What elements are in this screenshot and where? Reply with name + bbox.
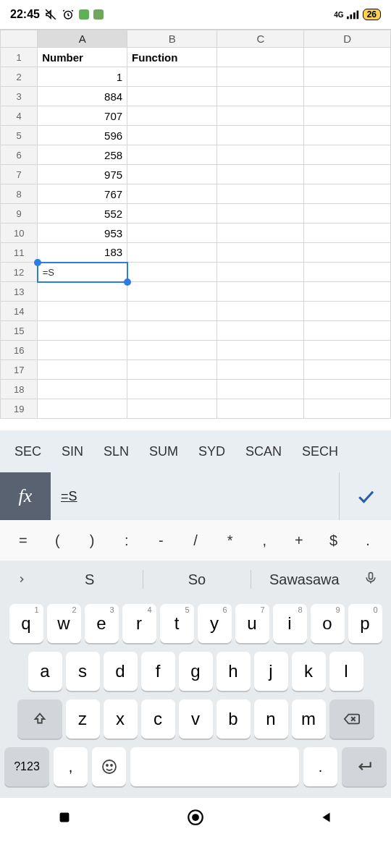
cell-D17[interactable] (304, 360, 391, 380)
key-e[interactable]: e3 (85, 604, 119, 643)
cell-B19[interactable] (127, 399, 217, 419)
cell-C16[interactable] (217, 341, 304, 360)
cell-D2[interactable] (304, 67, 391, 87)
key-v[interactable]: v (179, 699, 213, 739)
key-b[interactable]: b (216, 699, 251, 739)
cell-A16[interactable] (38, 341, 127, 360)
shift-key[interactable] (17, 699, 62, 739)
cell-D7[interactable] (304, 165, 391, 184)
cell-B15[interactable] (127, 321, 217, 341)
cell-B6[interactable] (127, 145, 217, 165)
cell-D15[interactable] (304, 321, 391, 341)
cell-C4[interactable] (217, 106, 304, 126)
backspace-key[interactable] (329, 699, 374, 739)
symbol-key[interactable]: - (148, 532, 174, 549)
key-c[interactable]: c (141, 699, 175, 739)
cell-C11[interactable] (217, 243, 304, 263)
cell-C15[interactable] (217, 321, 304, 341)
cell-A9[interactable]: 552 (38, 204, 127, 224)
key-j[interactable]: j (254, 652, 288, 691)
cell-C2[interactable] (217, 67, 304, 87)
fn-suggestion-SYD[interactable]: SYD (198, 444, 225, 459)
cell-C3[interactable] (217, 87, 304, 106)
cell-D19[interactable] (304, 399, 391, 419)
cell-B5[interactable] (127, 126, 217, 145)
fn-suggestion-SIN[interactable]: SIN (62, 444, 83, 459)
select-all-corner[interactable] (1, 30, 38, 48)
spacebar-key[interactable] (130, 747, 299, 786)
back-button[interactable] (319, 809, 335, 825)
cell-B13[interactable] (127, 282, 217, 302)
cell-A8[interactable]: 767 (38, 184, 127, 204)
row-header-10[interactable]: 10 (1, 224, 38, 243)
cell-D10[interactable] (304, 224, 391, 243)
cell-A13[interactable] (38, 282, 127, 302)
cell-B8[interactable] (127, 184, 217, 204)
row-header-12[interactable]: 12 (1, 263, 38, 282)
key-p[interactable]: p0 (348, 604, 382, 643)
mic-icon[interactable] (358, 571, 384, 588)
cell-A4[interactable]: 707 (38, 106, 127, 126)
row-header-11[interactable]: 11 (1, 243, 38, 263)
cell-B3[interactable] (127, 87, 217, 106)
symbol-key[interactable]: ( (44, 532, 70, 549)
prediction-item[interactable]: Sawasawa (251, 571, 358, 588)
cell-A15[interactable] (38, 321, 127, 341)
home-button[interactable] (186, 808, 205, 827)
cell-B16[interactable] (127, 341, 217, 360)
spreadsheet-grid[interactable]: ABCD1NumberFunction213884470755966258797… (0, 29, 391, 430)
cell-A6[interactable]: 258 (38, 145, 127, 165)
cell-C17[interactable] (217, 360, 304, 380)
symbol-key[interactable]: ) (79, 532, 105, 549)
row-header-3[interactable]: 3 (1, 87, 38, 106)
cell-C10[interactable] (217, 224, 304, 243)
fx-icon[interactable]: fx (0, 472, 51, 520)
column-header-B[interactable]: B (127, 30, 217, 48)
key-n[interactable]: n (254, 699, 288, 739)
cell-A7[interactable]: 975 (38, 165, 127, 184)
cell-A2[interactable]: 1 (38, 67, 127, 87)
symbol-key[interactable]: : (114, 532, 140, 549)
row-header-1[interactable]: 1 (1, 48, 38, 67)
key-x[interactable]: x (104, 699, 138, 739)
formula-input[interactable] (51, 472, 339, 520)
row-header-9[interactable]: 9 (1, 204, 38, 224)
column-header-D[interactable]: D (304, 30, 391, 48)
enter-key[interactable] (342, 747, 387, 786)
cell-C8[interactable] (217, 184, 304, 204)
cell-D18[interactable] (304, 380, 391, 399)
cell-C14[interactable] (217, 302, 304, 321)
key-h[interactable]: h (216, 652, 251, 691)
row-header-14[interactable]: 14 (1, 302, 38, 321)
row-header-5[interactable]: 5 (1, 126, 38, 145)
row-header-15[interactable]: 15 (1, 321, 38, 341)
cell-B17[interactable] (127, 360, 217, 380)
key-y[interactable]: y6 (198, 604, 232, 643)
cell-C7[interactable] (217, 165, 304, 184)
fn-suggestion-SEC[interactable]: SEC (14, 444, 41, 459)
row-header-13[interactable]: 13 (1, 282, 38, 302)
cell-A14[interactable] (38, 302, 127, 321)
key-t[interactable]: t5 (160, 604, 194, 643)
cell-D1[interactable] (304, 48, 391, 67)
symbol-key[interactable]: + (286, 532, 312, 549)
key-g[interactable]: g (179, 652, 213, 691)
column-header-C[interactable]: C (217, 30, 304, 48)
cell-A3[interactable]: 884 (38, 87, 127, 106)
cell-C1[interactable] (217, 48, 304, 67)
key-u[interactable]: u7 (235, 604, 269, 643)
fn-suggestion-SCAN[interactable]: SCAN (245, 444, 282, 459)
cell-B2[interactable] (127, 67, 217, 87)
key-k[interactable]: k (292, 652, 326, 691)
fn-suggestion-SECH[interactable]: SECH (302, 444, 338, 459)
prediction-item[interactable]: So (143, 571, 250, 588)
symbol-key[interactable]: = (10, 532, 36, 549)
cell-D5[interactable] (304, 126, 391, 145)
row-header-8[interactable]: 8 (1, 184, 38, 204)
key-f[interactable]: f (141, 652, 175, 691)
row-header-19[interactable]: 19 (1, 399, 38, 419)
cell-C13[interactable] (217, 282, 304, 302)
prediction-item[interactable]: S (36, 571, 143, 588)
fn-suggestion-SUM[interactable]: SUM (149, 444, 178, 459)
cell-B12[interactable] (127, 263, 217, 282)
